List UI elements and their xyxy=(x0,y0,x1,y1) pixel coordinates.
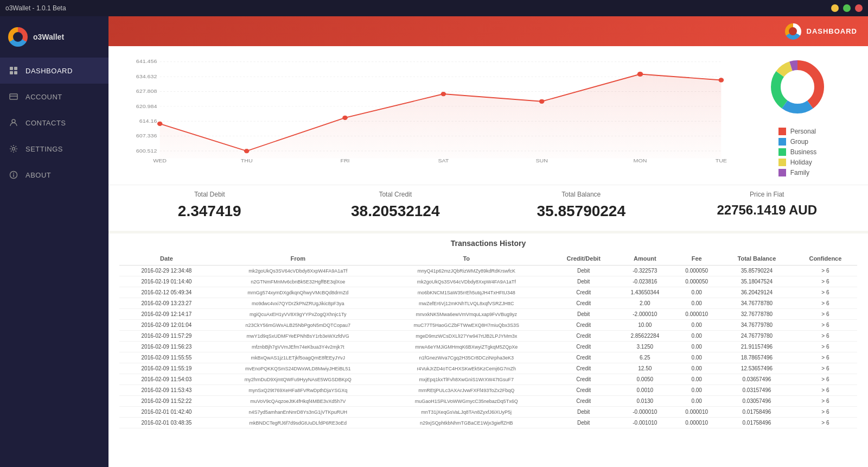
logo-icon xyxy=(8,27,28,47)
card-icon xyxy=(8,91,19,102)
table-row[interactable]: 2016-02-09 12:14:17mgiQcuAxEH1yVV8X9gYYP… xyxy=(119,309,857,320)
total-balance-value: 35.85790224 xyxy=(491,203,672,220)
sidebar-item-about[interactable]: ABOUT xyxy=(0,162,108,188)
svg-point-30 xyxy=(539,99,544,103)
total-credit-value: 38.20532124 xyxy=(305,203,486,220)
minimize-button[interactable] xyxy=(831,4,839,12)
svg-point-29 xyxy=(441,92,446,96)
col-credit-debit: Credit/Debit xyxy=(551,252,616,266)
line-chart-svg: 641.456 634.632 627.808 620.984 614.16 6… xyxy=(119,54,727,168)
table-row[interactable]: 2016-02-09 13:23:27mo9dwc4vxi7QYDrZkPNZR… xyxy=(119,298,857,309)
svg-text:THU: THU xyxy=(241,158,253,163)
table-row[interactable]: 2016-02-12 05:49:34mrnGg574xymDXgdkqnQhw… xyxy=(119,287,857,298)
svg-point-31 xyxy=(638,72,643,76)
legend-group-label: Group xyxy=(790,138,808,146)
price-fiat-label: Price in Fiat xyxy=(677,191,858,198)
table-row[interactable]: 2016-02-09 11:57:29mwY1d9qSxUDMFYeEPNhBs… xyxy=(119,331,857,342)
donut-legend-section: Personal Group Business Holiday xyxy=(738,54,857,176)
close-button[interactable] xyxy=(855,4,863,12)
svg-text:607.336: 607.336 xyxy=(136,133,157,138)
svg-rect-1 xyxy=(14,67,17,70)
table-row[interactable]: 2016-02-09 11:56:23mfznbBjh7gVVmJEfm74eK… xyxy=(119,342,857,352)
maximize-button[interactable] xyxy=(843,4,851,12)
svg-text:620.984: 620.984 xyxy=(136,103,157,109)
svg-point-7 xyxy=(12,148,15,150)
stat-total-balance: Total Balance 35.85790224 xyxy=(491,191,672,220)
stat-total-credit: Total Credit 38.20532124 xyxy=(305,191,486,220)
svg-text:SAT: SAT xyxy=(438,158,449,163)
legend-holiday: Holiday xyxy=(778,159,817,166)
total-balance-label: Total Balance xyxy=(491,191,672,198)
table-row[interactable]: 2016-02-01 01:42:40n4S7yd5amhanEnNnrD8Ys… xyxy=(119,407,857,418)
info-icon xyxy=(8,169,19,180)
gear-icon xyxy=(8,143,19,154)
sidebar-item-contacts[interactable]: CONTACTS xyxy=(0,110,108,136)
table-header-row: Date From To Credit/Debit Amount Fee Tot… xyxy=(119,252,857,266)
chart-section: 641.456 634.632 627.808 620.984 614.16 6… xyxy=(108,46,868,185)
legend-group: Group xyxy=(778,138,817,146)
donut-legend-items: Personal Group Business Holiday xyxy=(778,128,817,176)
svg-rect-3 xyxy=(14,71,17,74)
table-row[interactable]: 2016-02-01 03:48:35mkBNDCTegRJ6f7d9sdGtU… xyxy=(119,418,857,428)
sidebar-item-dashboard[interactable]: DASHBOARD xyxy=(0,58,108,84)
sidebar-settings-label: SETTINGS xyxy=(25,145,63,153)
svg-point-32 xyxy=(719,78,724,82)
col-confidence: Confidence xyxy=(794,252,857,266)
svg-text:WED: WED xyxy=(153,158,167,163)
legend-business-label: Business xyxy=(790,148,817,156)
svg-text:627.808: 627.808 xyxy=(136,89,157,94)
holiday-color xyxy=(778,159,786,166)
total-debit-value: 2.347419 xyxy=(119,203,300,220)
col-to: To xyxy=(382,252,551,266)
personal-color xyxy=(778,128,786,135)
svg-point-6 xyxy=(12,119,15,123)
col-fee: Fee xyxy=(673,252,720,266)
stat-price-fiat: Price in Fiat 22756.1419 AUD xyxy=(677,191,858,220)
app-logo: o3Wallet xyxy=(0,22,108,58)
col-date: Date xyxy=(119,252,214,266)
svg-point-27 xyxy=(244,149,249,153)
table-row[interactable]: 2016-02-09 11:54:03my2hmDuD9XjmtQWFu9Hyy… xyxy=(119,374,857,385)
svg-rect-4 xyxy=(10,94,17,99)
legend-personal-label: Personal xyxy=(790,128,816,135)
table-row[interactable]: 2016-02-09 11:53:43mynSxQ29t769XeHFa8FVR… xyxy=(119,385,857,396)
svg-text:641.456: 641.456 xyxy=(136,59,157,64)
svg-text:FRI: FRI xyxy=(340,158,349,163)
table-row[interactable]: 2016-02-09 11:55:19mvEnoPQKKQSmS24DWxWLD… xyxy=(119,363,857,374)
transactions-table: Date From To Credit/Debit Amount Fee Tot… xyxy=(119,252,857,428)
sidebar: o3Wallet DASHBOARD ACCOUNT xyxy=(0,16,108,467)
sidebar-contacts-label: CONTACTS xyxy=(25,119,66,127)
svg-text:614.16: 614.16 xyxy=(139,118,157,124)
col-from: From xyxy=(214,252,382,266)
sidebar-account-label: ACCOUNT xyxy=(25,93,62,101)
donut-chart xyxy=(765,54,830,119)
svg-point-45 xyxy=(782,72,813,102)
family-color xyxy=(778,169,786,176)
stats-row: Total Debit 2.347419 Total Credit 38.205… xyxy=(108,185,868,231)
svg-text:MON: MON xyxy=(634,158,647,163)
table-row[interactable]: 2016-02-09 12:01:04n23CkY56mGWxALB25NbPg… xyxy=(119,320,857,331)
svg-point-26 xyxy=(157,122,162,125)
sidebar-item-settings[interactable]: SETTINGS xyxy=(0,136,108,162)
table-row[interactable]: 2016-02-09 11:52:22muVoV9cQAqzoeJtK4fHkq… xyxy=(119,396,857,407)
business-color xyxy=(778,148,786,156)
line-chart-container: 641.456 634.632 627.808 620.984 614.16 6… xyxy=(119,54,727,168)
sidebar-dashboard-label: DASHBOARD xyxy=(25,67,73,75)
window-title: o3Wallet - 1.0.1 Beta xyxy=(5,4,66,12)
table-row[interactable]: 2016-02-29 12:34:48mk2goUkQs3SV64cVDbdy8… xyxy=(119,266,857,276)
svg-rect-49 xyxy=(778,159,786,166)
sidebar-item-account[interactable]: ACCOUNT xyxy=(0,84,108,110)
svg-text:TUE: TUE xyxy=(716,158,727,163)
table-row[interactable]: 2016-02-09 11:55:55mkBxQwAS1jz1LETjkf5oa… xyxy=(119,352,857,363)
stat-total-debit: Total Debit 2.347419 xyxy=(119,191,300,220)
transactions-section: Transactions History Date From To Credit… xyxy=(108,234,868,467)
table-row[interactable]: 2016-02-19 01:14:40n2GTNmFMnMv6cbnBk5E32… xyxy=(119,276,857,287)
svg-point-9 xyxy=(13,173,14,174)
app-name: o3Wallet xyxy=(33,33,64,41)
header-title: DASHBOARD xyxy=(807,27,858,35)
legend-family-label: Family xyxy=(790,169,809,176)
person-icon xyxy=(8,117,19,128)
legend-holiday-label: Holiday xyxy=(790,159,812,166)
svg-rect-0 xyxy=(10,67,13,70)
line-chart-wrapper: 641.456 634.632 627.808 620.984 614.16 6… xyxy=(119,54,727,176)
